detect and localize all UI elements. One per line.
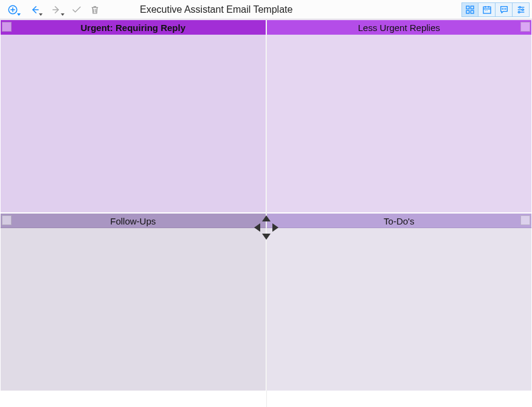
svg-point-15	[485, 10, 485, 10]
caret-down-icon	[61, 13, 64, 16]
pane-urgent-requiring-reply[interactable]: Urgent: Requiring Reply	[0, 19, 266, 213]
grid-icon	[465, 5, 475, 15]
svg-point-23	[522, 9, 523, 10]
drag-handle-icon[interactable]	[520, 22, 530, 32]
pane-title: To-Do's	[384, 216, 414, 226]
trash-icon	[89, 4, 100, 15]
arrow-right-icon[interactable]	[272, 223, 278, 232]
pane-header[interactable]: To-Do's	[267, 214, 532, 228]
check-icon	[71, 4, 82, 15]
svg-rect-7	[466, 6, 469, 9]
center-splitter[interactable]	[254, 215, 278, 240]
pane-header[interactable]: Follow-Ups	[1, 214, 266, 228]
pane-title: Less Urgent Replies	[358, 23, 440, 33]
mark-complete-button[interactable]	[68, 1, 85, 18]
view-settings-button[interactable]	[513, 2, 530, 17]
view-comment-button[interactable]	[496, 2, 513, 17]
svg-rect-8	[471, 6, 474, 9]
calendar-icon	[482, 5, 492, 15]
svg-rect-9	[466, 10, 469, 13]
arrow-down-icon[interactable]	[262, 234, 271, 240]
pane-follow-ups[interactable]: Follow-Ups	[0, 213, 266, 391]
pane-body[interactable]	[1, 35, 266, 212]
caret-down-icon	[17, 13, 21, 16]
svg-point-21	[519, 6, 520, 8]
view-calendar-button[interactable]	[478, 2, 496, 17]
pane-title: Follow-Ups	[110, 216, 156, 226]
toolbar-left	[2, 1, 103, 18]
svg-point-16	[486, 10, 487, 10]
svg-point-25	[518, 11, 520, 13]
view-grid-button[interactable]	[461, 2, 478, 17]
pane-header[interactable]: Less Urgent Replies	[267, 20, 532, 35]
pane-body[interactable]	[267, 35, 532, 212]
pane-header[interactable]: Urgent: Requiring Reply	[1, 20, 266, 35]
svg-rect-11	[483, 7, 491, 13]
drag-handle-icon[interactable]	[2, 22, 12, 32]
pane-title: Urgent: Requiring Reply	[80, 23, 185, 33]
forward-button[interactable]	[46, 1, 67, 18]
pane-body[interactable]	[267, 228, 532, 391]
arrow-left-icon[interactable]	[254, 223, 260, 232]
sliders-icon	[516, 5, 526, 15]
delete-button[interactable]	[86, 1, 103, 18]
pane-less-urgent-replies[interactable]: Less Urgent Replies	[266, 19, 533, 213]
drag-handle-icon[interactable]	[520, 215, 530, 225]
svg-rect-10	[471, 10, 474, 13]
back-button[interactable]	[24, 1, 45, 18]
arrow-up-icon[interactable]	[262, 215, 271, 221]
add-button[interactable]	[2, 1, 23, 18]
pane-to-dos[interactable]: To-Do's	[266, 213, 533, 391]
toolbar-right	[461, 2, 530, 17]
quadrant-area: Urgent: Requiring Reply Less Urgent Repl…	[0, 19, 532, 407]
speech-bubble-icon	[499, 5, 509, 15]
caret-down-icon	[39, 13, 43, 16]
pane-body[interactable]	[1, 228, 266, 391]
toolbar: Executive Assistant Email Template	[0, 0, 532, 19]
page-title: Executive Assistant Email Template	[103, 4, 461, 15]
vertical-splitter[interactable]	[266, 19, 267, 407]
drag-handle-icon[interactable]	[2, 215, 12, 225]
